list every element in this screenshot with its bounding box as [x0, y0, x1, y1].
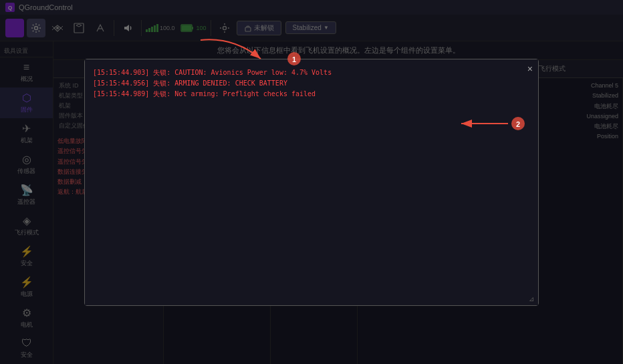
modal-close-button[interactable]: × — [527, 63, 533, 74]
modal-resize-handle[interactable]: ⊿ — [529, 295, 534, 303]
log-line-3: [15:15:44.989] 失锁: Not arming: Preflight… — [93, 89, 530, 100]
log-line-2: [15:15:44.956] 失锁: ARMING DENIED: CHECK … — [93, 78, 530, 89]
modal-body: [15:15:44.903] 失锁: CAUTION: Avionics Pow… — [85, 59, 538, 305]
log-line-1: [15:15:44.903] 失锁: CAUTION: Avionics Pow… — [93, 67, 530, 78]
modal-dialog: × [15:15:44.903] 失锁: CAUTION: Avionics P… — [84, 59, 539, 306]
modal-overlay: × [15:15:44.903] 失锁: CAUTION: Avionics P… — [0, 0, 623, 364]
